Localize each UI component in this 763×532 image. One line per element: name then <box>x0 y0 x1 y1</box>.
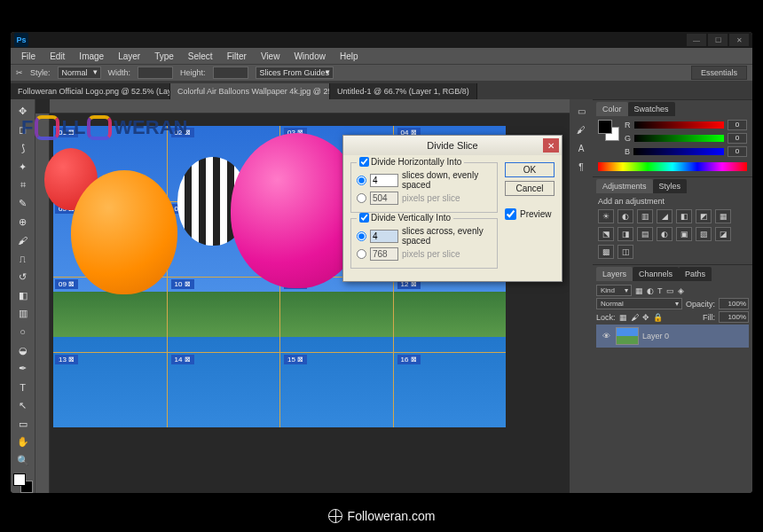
menu-image[interactable]: Image <box>72 51 111 61</box>
layer-visibility-icon[interactable]: 👁 <box>600 332 612 340</box>
foreground-swatch[interactable] <box>13 473 26 486</box>
adj-photofilter-icon[interactable]: ◨ <box>617 227 633 241</box>
adj-colorlookup-icon[interactable]: ◐ <box>657 227 673 241</box>
layer-kind-filter[interactable]: Kind <box>596 285 632 296</box>
menu-view[interactable]: View <box>254 51 287 61</box>
dialog-close-button[interactable]: ✕ <box>543 138 559 153</box>
eraser-tool[interactable]: ◧ <box>13 286 33 304</box>
horiz-slices-input[interactable] <box>370 174 398 187</box>
b-input[interactable]: 0 <box>728 146 747 157</box>
para-panel-icon[interactable]: ¶ <box>572 159 590 175</box>
slice-label[interactable]: 16 ⊠ <box>397 355 421 364</box>
pen-tool[interactable]: ✒ <box>13 360 33 378</box>
tab-adjustments[interactable]: Adjustments <box>596 179 653 193</box>
zoom-tool[interactable]: 🔍 <box>13 452 33 470</box>
b-slider[interactable] <box>633 148 724 155</box>
adj-posterize-icon[interactable]: ▨ <box>696 227 712 241</box>
filter-smart-icon[interactable]: ◈ <box>678 286 684 295</box>
filter-adjustment-icon[interactable]: ◐ <box>647 286 654 295</box>
stamp-tool[interactable]: ⎍ <box>13 250 33 268</box>
dodge-tool[interactable]: ◒ <box>13 341 33 359</box>
color-spectrum[interactable] <box>598 162 747 171</box>
lasso-tool[interactable]: ⟆ <box>13 139 33 157</box>
shape-tool[interactable]: ▭ <box>13 415 33 433</box>
menu-filter[interactable]: Filter <box>220 51 254 61</box>
history-icon[interactable]: ▭ <box>572 103 590 119</box>
slice-label[interactable]: 14 ⊠ <box>171 355 194 364</box>
preview-checkbox[interactable] <box>505 208 516 220</box>
history-brush-tool[interactable]: ↺ <box>13 268 33 286</box>
adj-curves-icon[interactable]: ▥ <box>637 209 653 223</box>
adj-channelmixer-icon[interactable]: ▤ <box>637 227 653 241</box>
tab-paths[interactable]: Paths <box>679 267 712 281</box>
blend-mode-select[interactable]: Normal <box>596 298 682 309</box>
adj-gradientmap-icon[interactable]: ▩ <box>598 245 614 259</box>
adj-colorbalance-icon[interactable]: ▦ <box>715 209 731 223</box>
close-button[interactable]: ✕ <box>729 34 749 46</box>
vert-slices-input[interactable] <box>370 230 398 243</box>
menu-window[interactable]: Window <box>287 51 333 61</box>
vert-slices-radio[interactable] <box>357 231 366 241</box>
layer-thumbnail[interactable] <box>616 327 639 345</box>
height-input[interactable] <box>213 66 248 79</box>
blur-tool[interactable]: ○ <box>13 324 33 341</box>
slices-from-guides-button[interactable]: Slices From Guides <box>256 66 334 79</box>
tab-channels[interactable]: Channels <box>633 267 679 281</box>
maximize-button[interactable]: ☐ <box>708 34 728 46</box>
ruler-horizontal[interactable] <box>50 99 570 113</box>
layer-item[interactable]: 👁 Layer 0 <box>596 325 749 348</box>
adj-levels-icon[interactable]: ◐ <box>617 209 633 223</box>
adj-bw-icon[interactable]: ⬔ <box>598 227 614 241</box>
menu-file[interactable]: File <box>14 51 43 61</box>
horiz-slices-radio[interactable] <box>357 176 366 185</box>
slice-label[interactable]: 09 ⊠ <box>55 279 78 289</box>
hand-tool[interactable]: ✋ <box>13 434 33 451</box>
workspace-switcher[interactable]: Essentials <box>691 66 747 80</box>
width-input[interactable] <box>138 66 173 79</box>
wand-tool[interactable]: ✦ <box>13 158 33 176</box>
g-input[interactable]: 0 <box>728 133 747 144</box>
brush-presets-icon[interactable]: 🖌 <box>572 121 590 137</box>
slice-label[interactable]: 13 ⊠ <box>55 355 78 364</box>
fill-input[interactable]: 100% <box>719 311 749 323</box>
r-input[interactable]: 0 <box>728 120 747 130</box>
menu-layer[interactable]: Layer <box>111 51 147 61</box>
lock-position-icon[interactable]: ✥ <box>642 313 649 322</box>
menu-type[interactable]: Type <box>147 51 181 61</box>
gradient-tool[interactable]: ▥ <box>13 305 33 323</box>
divide-horizontal-checkbox[interactable] <box>359 157 369 167</box>
eyedropper-tool[interactable]: ✎ <box>13 195 33 213</box>
slice-guide-h[interactable] <box>53 352 506 353</box>
filter-shape-icon[interactable]: ▭ <box>666 286 674 295</box>
menu-help[interactable]: Help <box>333 51 366 61</box>
cancel-button[interactable]: Cancel <box>505 181 555 196</box>
lock-transparency-icon[interactable]: ▦ <box>619 313 627 322</box>
slice-label[interactable]: 10 ⊠ <box>171 279 194 289</box>
lock-all-icon[interactable]: 🔒 <box>653 313 663 322</box>
tab-swatches[interactable]: Swatches <box>628 102 675 116</box>
type-tool[interactable]: T <box>13 379 33 396</box>
horiz-pixels-radio[interactable] <box>357 193 366 203</box>
adj-threshold-icon[interactable]: ◪ <box>715 227 731 241</box>
menu-edit[interactable]: Edit <box>43 51 72 61</box>
path-tool[interactable]: ↖ <box>13 397 33 415</box>
style-select[interactable]: Normal <box>58 66 101 79</box>
vert-pixels-radio[interactable] <box>357 249 366 259</box>
menu-select[interactable]: Select <box>181 51 220 61</box>
color-swatch-pair[interactable] <box>598 120 619 141</box>
tab-color[interactable]: Color <box>596 102 628 116</box>
adj-selectivecolor-icon[interactable]: ◫ <box>617 245 633 259</box>
panel-fg-swatch[interactable] <box>598 120 612 134</box>
filter-type-icon[interactable]: T <box>657 286 663 295</box>
layer-name[interactable]: Layer 0 <box>642 332 669 340</box>
tab-styles[interactable]: Styles <box>653 179 688 193</box>
doctab-1[interactable]: Colorful Air Balloons Wallpaper 4k.jpg @… <box>170 83 330 99</box>
ok-button[interactable]: OK <box>505 162 555 177</box>
char-panel-icon[interactable]: A <box>572 140 590 156</box>
doctab-2[interactable]: Untitled-1 @ 66.7% (Layer 1, RGB/8) <box>330 83 477 99</box>
r-slider[interactable] <box>634 121 725 129</box>
adj-brightness-icon[interactable]: ☀ <box>598 209 614 223</box>
adj-invert-icon[interactable]: ▣ <box>676 227 692 241</box>
divide-vertical-checkbox[interactable] <box>359 213 369 223</box>
filter-pixel-icon[interactable]: ▦ <box>635 286 643 295</box>
